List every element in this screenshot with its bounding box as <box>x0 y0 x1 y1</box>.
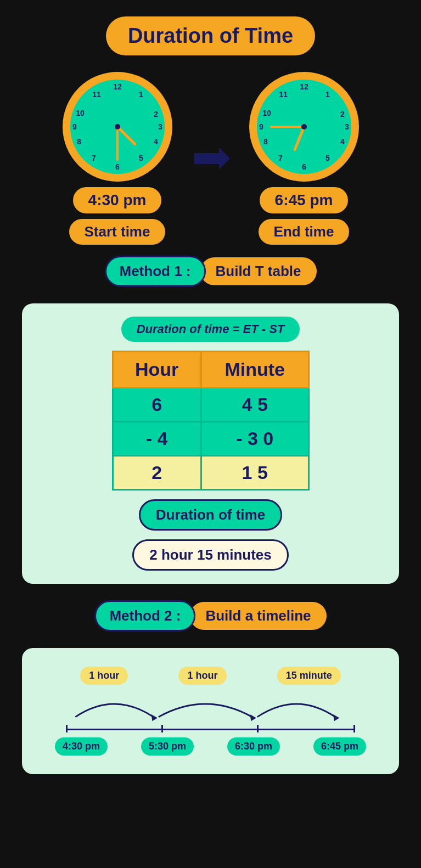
method2-header: Method 2 : Build a timeline <box>94 600 326 632</box>
svg-text:9: 9 <box>72 122 77 131</box>
timeline-time-2: 6:30 pm <box>227 737 280 756</box>
end-time-label: End time <box>259 219 350 245</box>
start-clock-face: 12 1 2 3 4 5 6 7 8 9 10 <box>63 72 172 182</box>
timeline-times-row: 4:30 pm 5:30 pm 6:30 pm 6:45 pm <box>49 734 372 756</box>
svg-text:2: 2 <box>340 110 345 119</box>
timeline-line <box>66 729 355 730</box>
svg-text:4: 4 <box>340 137 345 146</box>
timeline-tick-1 <box>161 725 163 732</box>
svg-marker-27 <box>333 714 339 721</box>
timeline-time-3: 6:45 pm <box>313 737 366 756</box>
svg-text:12: 12 <box>113 82 122 91</box>
timeline-line-container <box>49 723 372 734</box>
method1-desc: Build T table <box>200 257 317 285</box>
table-row-2: - 4 - 3 0 <box>113 422 308 456</box>
svg-marker-12 <box>194 148 230 170</box>
method2-desc: Build a timeline <box>190 602 326 630</box>
svg-marker-26 <box>250 714 256 721</box>
end-center-dot <box>301 124 307 129</box>
start-center-dot <box>115 124 120 129</box>
svg-text:2: 2 <box>154 110 158 119</box>
svg-text:8: 8 <box>263 137 268 146</box>
clocks-row: 12 1 2 3 4 5 6 7 8 9 10 <box>22 72 399 245</box>
timeline-arcs <box>49 685 372 723</box>
table-header-minute: Minute <box>201 352 308 388</box>
duration-value: 2 hour 15 minutes <box>132 539 289 571</box>
timeline-label-0: 1 hour <box>80 667 128 685</box>
timeline-container: 1 hour 1 hour 15 minute 4:30 <box>38 661 383 761</box>
timeline-labels-row: 1 hour 1 hour 15 minute <box>49 667 372 685</box>
svg-text:12: 12 <box>300 82 308 91</box>
svg-text:1: 1 <box>139 90 143 99</box>
end-time-badge: 6:45 pm <box>260 187 349 213</box>
table-cell-min-2: - 3 0 <box>201 422 308 456</box>
start-time-label: Start time <box>69 219 166 245</box>
svg-text:11: 11 <box>92 90 101 99</box>
timeline-tick-2 <box>257 725 259 732</box>
timeline-tick-3 <box>353 725 355 732</box>
svg-text:6: 6 <box>115 162 120 171</box>
end-clock-container: 12 1 2 3 4 5 6 7 8 9 10 11 6:45 pm End t… <box>249 72 359 245</box>
svg-text:10: 10 <box>76 109 85 117</box>
page-title: Duration of Time <box>106 16 315 55</box>
table-row-result: 2 1 5 <box>113 456 308 490</box>
svg-text:4: 4 <box>154 137 158 146</box>
table-cell-hour-result: 2 <box>113 456 201 490</box>
timeline-time-0: 4:30 pm <box>55 737 108 756</box>
svg-text:7: 7 <box>278 154 283 162</box>
timeline-label-1: 1 hour <box>178 667 226 685</box>
start-clock-numbers: 12 1 2 3 4 5 6 7 8 9 10 <box>68 77 167 176</box>
svg-text:3: 3 <box>345 122 349 131</box>
svg-text:1: 1 <box>325 90 330 99</box>
t-table: Hour Minute 6 4 5 - 4 - 3 0 2 1 5 <box>112 351 310 491</box>
method1-box: Duration of time = ET - ST Hour Minute 6… <box>22 303 399 584</box>
start-time-badge: 4:30 pm <box>73 187 162 213</box>
table-cell-min-result: 1 5 <box>201 456 308 490</box>
table-cell-hour-2: - 4 <box>113 422 201 456</box>
table-cell-hour-1: 6 <box>113 388 201 422</box>
table-cell-min-1: 4 5 <box>201 388 308 422</box>
table-row-1: 6 4 5 <box>113 388 308 422</box>
svg-text:3: 3 <box>158 122 162 131</box>
formula-badge: Duration of time = ET - ST <box>121 317 300 342</box>
svg-text:7: 7 <box>92 154 96 162</box>
method2-label: Method 2 : <box>94 600 195 632</box>
table-header-hour: Hour <box>113 352 201 388</box>
svg-text:8: 8 <box>77 137 81 146</box>
svg-text:5: 5 <box>325 154 330 162</box>
end-hour-hand <box>295 127 304 150</box>
svg-text:6: 6 <box>302 162 306 171</box>
timeline-time-1: 5:30 pm <box>141 737 194 756</box>
svg-text:5: 5 <box>139 154 143 162</box>
method2-box: 1 hour 1 hour 15 minute 4:30 <box>22 648 399 774</box>
end-clock-face: 12 1 2 3 4 5 6 7 8 9 10 11 <box>249 72 359 182</box>
svg-text:10: 10 <box>262 109 271 117</box>
timeline-tick-0 <box>66 725 68 732</box>
duration-label: Duration of time <box>139 499 282 531</box>
svg-marker-25 <box>151 714 158 721</box>
start-clock-container: 12 1 2 3 4 5 6 7 8 9 10 <box>63 72 172 245</box>
svg-text:11: 11 <box>279 90 288 99</box>
method1-header: Method 1 : Build T table <box>105 256 317 287</box>
end-clock-numbers: 12 1 2 3 4 5 6 7 8 9 10 11 <box>255 77 353 176</box>
svg-text:9: 9 <box>259 122 263 131</box>
arrow-icon <box>189 145 233 172</box>
start-hour-hand <box>117 127 135 144</box>
timeline-label-2: 15 minute <box>277 667 341 685</box>
method1-label: Method 1 : <box>105 256 206 287</box>
